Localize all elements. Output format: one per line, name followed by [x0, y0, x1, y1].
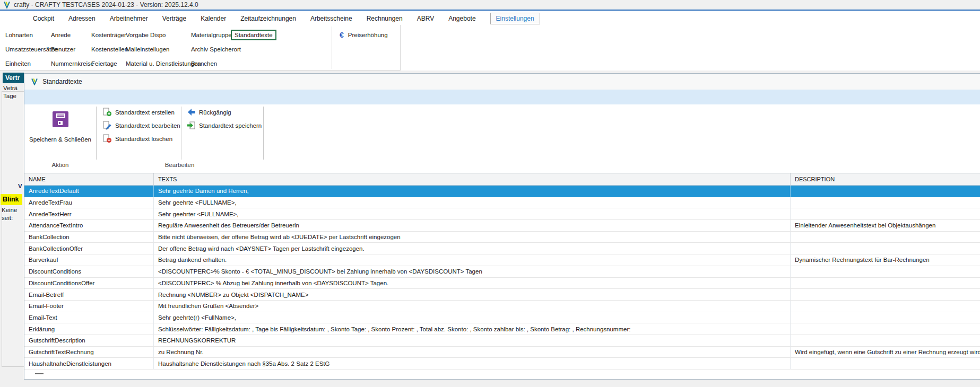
ribbon-item-label: Lohnarten	[5, 32, 33, 38]
cell-name: DiscountConditionsOffer	[24, 278, 154, 289]
menu-tabs: CockpitAdressenArbeitnehmerVerträgeKalen…	[0, 12, 980, 25]
table-row-email-betreff[interactable]: Email-BetreffRechnung <NUMBER> zu Objekt…	[24, 289, 980, 301]
ribbon-item-umsatzsteuers-tze[interactable]: Umsatzsteuersätze	[5, 42, 51, 56]
ribbon-column: KostenträgerKostenstellenFeiertage	[91, 28, 126, 71]
cell-texts: Sehr geehrte(r) <FullName>,	[154, 312, 791, 323]
save-close-button[interactable]: Speichern & Schließen	[24, 104, 96, 160]
cell-name: Email-Text	[24, 312, 154, 323]
table-row-bankcollectionoffer[interactable]: BankCollectionOfferDer offene Betrag wir…	[24, 243, 980, 254]
page-plus-icon	[103, 108, 112, 117]
table-row-discountconditionsoffer[interactable]: DiscountConditionsOffer<DISCOUNTPERC> % …	[24, 278, 980, 289]
ribbon-item-branchen[interactable]: Branchen	[191, 56, 235, 71]
cell-texts: zu Rechnung Nr.	[154, 347, 791, 358]
tab-abrv[interactable]: ABRV	[417, 15, 434, 22]
window-title: crafty - CRAFTY TESTCASES 2024-01-23 - V…	[14, 1, 198, 8]
cell-name: HaushaltnaheDienstleistungen	[24, 358, 154, 369]
cell-texts: Betrag dankend erhalten.	[154, 254, 791, 266]
table-row-anredetextfrau[interactable]: AnredeTextFrauSehr geehrte <FULLNAME>,	[24, 197, 980, 209]
cell-texts: Sehr geehrte Damen und Herren,	[154, 186, 791, 197]
ribbon-group-divider	[332, 27, 332, 69]
table-row-barverkauf[interactable]: BarverkaufBetrag dankend erhalten.Dynami…	[24, 254, 980, 266]
euro-icon: €	[340, 31, 344, 39]
right-buttons: RückgängigStandardtext speichern	[187, 105, 262, 132]
cell-description: Wird eingefügt, wenn eine Gutschrift zu …	[791, 347, 980, 358]
cell-name: Barverkauf	[24, 254, 154, 266]
tab-adressen[interactable]: Adressen	[68, 15, 96, 22]
ribbon-item-label: Feiertage	[91, 60, 117, 67]
ribbon-column: Vorgabe DispoMaileinstellugenMaterial u.…	[126, 28, 191, 71]
save-close-label: Speichern & Schließen	[24, 136, 96, 143]
table-row-gutschrifttextrechnung[interactable]: GutschriftTextRechnungzu Rechnung Nr.Wir…	[24, 347, 980, 358]
ribbon-item-maileinstellugen[interactable]: Maileinstellugen	[126, 42, 191, 56]
table-row-email-footer[interactable]: Email-FooterMit freundlichen Grüßen <Abs…	[24, 301, 980, 312]
table-row-anredetextdefault[interactable]: AnredeTextDefaultSehr geehrte Damen und …	[24, 186, 980, 197]
cell-name: BankCollection	[24, 232, 154, 243]
dialog-title-bar[interactable]: Standardtexte	[24, 74, 980, 90]
dialog-ribbon-band	[24, 90, 980, 104]
tab-kalender[interactable]: Kalender	[201, 15, 226, 22]
background-text: Keine	[2, 207, 17, 213]
table-row-attendancetextintro[interactable]: AttendanceTextIntroReguläre Anwesenheit …	[24, 220, 980, 232]
cell-description	[791, 232, 980, 243]
ribbon-column: AnredeBenutzerNummernkreise	[51, 28, 91, 71]
r-ckg-ngig-button[interactable]: Rückgängig	[187, 105, 262, 119]
table-footer-dash	[35, 373, 44, 374]
ribbon-item-benutzer[interactable]: Benutzer	[51, 42, 91, 56]
page-minus-icon	[103, 134, 112, 143]
cell-description	[791, 312, 980, 323]
ribbon-item-einheiten[interactable]: Einheiten	[5, 56, 51, 71]
blink-label: Blink	[3, 196, 19, 203]
tab-cockpit[interactable]: Cockpit	[33, 15, 54, 22]
ribbon-item-archiv-speicherort[interactable]: Archiv Speicherort	[191, 42, 235, 56]
app-window: crafty - CRAFTY TESTCASES 2024-01-23 - V…	[0, 0, 980, 387]
toolbar-divider	[181, 107, 182, 160]
table-row-anredetextherr[interactable]: AnredeTextHerrSehr geehrter <FULLNAME>,	[24, 208, 980, 220]
cell-description	[791, 186, 980, 197]
cell-texts: Schlüsselwörter: Fälligkeitsdatum: , Tag…	[154, 323, 791, 335]
standardtext-speichern-button[interactable]: Standardtext speichern	[187, 119, 262, 132]
background-panel-header: Vertr	[3, 73, 24, 83]
table-header: NAME TEXTS DESCRIPTION	[24, 173, 980, 186]
table-row-erkl-rung[interactable]: ErklärungSchlüsselwörter: Fälligkeitsdat…	[24, 323, 980, 335]
tab-angebote[interactable]: Angebote	[448, 15, 475, 22]
ribbon-item-anrede[interactable]: Anrede	[51, 28, 91, 42]
ribbon-columns: LohnartenUmsatzsteuersätzeEinheitenAnred…	[5, 28, 280, 71]
table-body: AnredeTextDefaultSehr geehrte Damen und …	[24, 186, 980, 370]
cell-name: AnredeTextHerr	[24, 208, 154, 219]
standardtext-l-schen-button[interactable]: Standardtext löschen	[103, 132, 180, 145]
tab-arbeitnehmer[interactable]: Arbeitnehmer	[110, 15, 148, 22]
table-row-email-text[interactable]: Email-TextSehr geehrte(r) <FullName>,	[24, 312, 980, 324]
background-text: seit:	[2, 215, 13, 221]
tab-arbeitsscheine[interactable]: Arbeitsscheine	[310, 15, 352, 22]
cell-name: AnredeTextFrau	[24, 197, 154, 208]
ribbon-item-kostenstellen[interactable]: Kostenstellen	[91, 42, 126, 56]
tab-rechnungen[interactable]: Rechnungen	[367, 15, 403, 22]
ribbon-item-label: Material u. Dienstleistungen	[126, 60, 201, 67]
ribbon-item-nummernkreise[interactable]: Nummernkreise	[51, 56, 91, 71]
ribbon-item-standardtexte[interactable]: Standardtexte	[235, 28, 280, 42]
ribbon-item-label: Materialgruppen	[191, 32, 235, 38]
tab-zeitaufzeichnungen[interactable]: Zeitaufzeichnungen	[240, 15, 296, 22]
ribbon-item-lohnarten[interactable]: Lohnarten	[5, 28, 51, 42]
ribbon-item-vorgabe-dispo[interactable]: Vorgabe Dispo	[126, 28, 191, 42]
dialog-toolbar: Speichern & Schließen Standardtext erste…	[24, 104, 980, 171]
button-label: Standardtext speichern	[199, 122, 262, 129]
standardtext-bearbeiten-button[interactable]: Standardtext bearbeiten	[103, 119, 180, 132]
ribbon-item-label: Standardtexte	[231, 30, 276, 40]
column-header-description[interactable]: DESCRIPTION	[791, 173, 980, 185]
ribbon-item-kostentr-ger[interactable]: Kostenträger	[91, 28, 126, 42]
ribbon-item-feiertage[interactable]: Feiertage	[91, 56, 126, 71]
tab-einstellungen[interactable]: Einstellungen	[490, 13, 540, 24]
dialog-title: Standardtexte	[42, 78, 82, 85]
column-header-name[interactable]: NAME	[24, 173, 154, 185]
ribbon-item-preiserhoehung[interactable]: € Preiserhöhung	[340, 31, 388, 39]
table-row-haushaltnahedienstleistungen[interactable]: HaushaltnaheDienstleistungenHaushaltsnah…	[24, 358, 980, 370]
table-row-bankcollection[interactable]: BankCollectionBitte nicht überweisen, de…	[24, 232, 980, 243]
tab-vertr-ge[interactable]: Verträge	[162, 15, 186, 22]
ribbon-item-materialgruppen[interactable]: Materialgruppen	[191, 28, 235, 42]
ribbon-item-material-u-dienstleistungen[interactable]: Material u. Dienstleistungen	[126, 56, 191, 71]
column-header-texts[interactable]: TEXTS	[154, 173, 791, 185]
table-row-discountconditions[interactable]: DiscountConditions<DISCOUNTPERC>% Skonto…	[24, 266, 980, 278]
table-row-gutschriftdescription[interactable]: GutschriftDescriptionRECHNUNGSKORREKTUR	[24, 335, 980, 347]
standardtext-erstellen-button[interactable]: Standardtext erstellen	[103, 105, 180, 119]
